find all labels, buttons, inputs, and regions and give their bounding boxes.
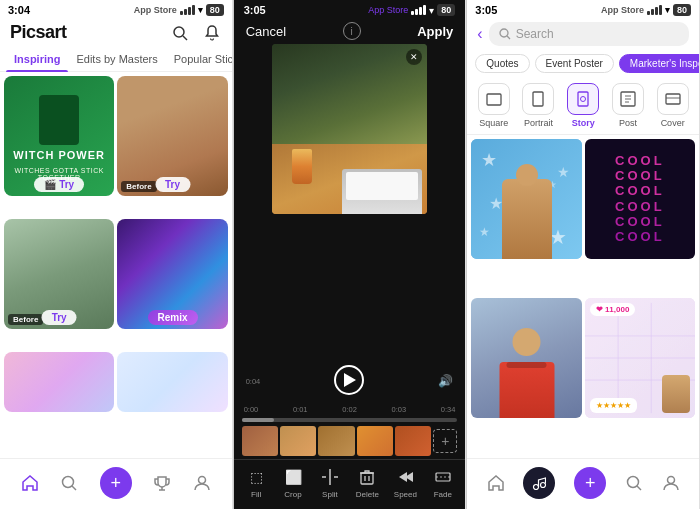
cancel-button[interactable]: Cancel xyxy=(246,24,286,39)
portrait-icon xyxy=(522,83,554,115)
time-p2: 3:05 xyxy=(244,4,266,16)
portrait-card[interactable]: Before Try xyxy=(117,76,227,196)
speed-tool[interactable]: Speed xyxy=(394,466,417,499)
person-with-glasses xyxy=(499,328,554,418)
tab-edits-by-masters[interactable]: Edits by Masters xyxy=(68,47,165,71)
collage-remix-label[interactable]: Remix xyxy=(147,310,197,325)
svg-point-2 xyxy=(63,477,74,488)
nav-search-p3[interactable] xyxy=(625,474,643,492)
add-clip-button[interactable]: + xyxy=(433,429,457,453)
chip-marketers-inspo[interactable]: Marketer's Inspo xyxy=(619,54,699,73)
video-close-icon[interactable]: ✕ xyxy=(406,49,422,65)
music-button-p3[interactable] xyxy=(523,467,555,499)
picsart-logo: Picsart xyxy=(10,22,67,43)
signal-bars-p3 xyxy=(647,5,662,15)
fade-tool[interactable]: Fade xyxy=(432,466,454,499)
add-button-p1[interactable]: + xyxy=(100,467,132,499)
nav-trophy-p1[interactable] xyxy=(153,474,171,492)
timecode-row: 0:04 🔊 xyxy=(234,360,466,402)
split-icon xyxy=(319,466,341,488)
timeline-progress xyxy=(242,418,274,422)
cat-story[interactable]: Story xyxy=(567,83,599,128)
tick-3: 0:03 xyxy=(391,405,406,414)
status-bar-p2: 3:05 App Store ▾ 80 xyxy=(234,0,466,18)
cat-square[interactable]: Square xyxy=(478,83,510,128)
nav-home-p3[interactable] xyxy=(487,474,505,492)
crop-tool[interactable]: ⬜ Crop xyxy=(282,466,304,499)
play-button[interactable] xyxy=(334,365,364,395)
appstore-p3: App Store xyxy=(601,5,644,15)
nav-search-p1[interactable] xyxy=(60,474,78,492)
template-cool-dark[interactable]: COOL COOL COOL COOL COOL COOL xyxy=(585,139,695,259)
gradient-card[interactable] xyxy=(117,352,227,412)
search-button-p1[interactable] xyxy=(170,23,190,43)
p1-header: Picsart xyxy=(0,18,232,47)
status-icons-p2: App Store ▾ 80 xyxy=(368,4,455,16)
thumb-1[interactable] xyxy=(242,426,278,456)
volume-icon[interactable]: 🔊 xyxy=(438,374,453,388)
person-silhouette-stars xyxy=(502,179,552,259)
fade-label: Fade xyxy=(434,490,452,499)
delete-icon xyxy=(356,466,378,488)
pastel-card[interactable] xyxy=(4,352,114,412)
thumb-2[interactable] xyxy=(280,426,316,456)
svg-point-17 xyxy=(581,97,586,102)
thumb-3[interactable] xyxy=(318,426,354,456)
cat-portrait-label: Portrait xyxy=(524,118,553,128)
cool-text-6: COOL xyxy=(615,230,665,244)
status-icons-p1: App Store ▾ 80 xyxy=(134,4,224,16)
tick-0: 0:00 xyxy=(244,405,259,414)
time-p3: 3:05 xyxy=(475,4,497,16)
thumb-4[interactable] xyxy=(357,426,393,456)
template-stars-blue[interactable]: ★ ★ ★ ★ ★ ★ xyxy=(471,139,581,259)
before-badge-portrait: Before xyxy=(121,181,156,192)
chip-quotes[interactable]: Quotes xyxy=(475,54,529,73)
template-map-pink[interactable]: ❤ 11,000 ★★★★★ xyxy=(585,298,695,418)
status-bar-p1: 3:04 App Store ▾ 80 xyxy=(0,0,232,18)
notification-button-p1[interactable] xyxy=(202,23,222,43)
wifi-icon-p2: ▾ xyxy=(429,5,434,16)
nav-profile-p1[interactable] xyxy=(193,474,211,492)
svg-point-4 xyxy=(198,477,205,484)
glass-item xyxy=(292,149,312,184)
nav-profile-p3[interactable] xyxy=(662,474,680,492)
svg-rect-14 xyxy=(487,94,501,105)
apply-button[interactable]: Apply xyxy=(417,24,453,39)
p3-header: ‹ Search xyxy=(467,18,699,50)
map-content: ❤ 11,000 ★★★★★ xyxy=(585,298,695,418)
timeline-track[interactable] xyxy=(242,418,458,422)
timeline[interactable]: 0:00 0:01 0:02 0:03 0:34 + xyxy=(234,402,466,459)
thumb-5[interactable] xyxy=(395,426,431,456)
tab-inspiring[interactable]: Inspiring xyxy=(6,47,68,71)
tick-2: 0:02 xyxy=(342,405,357,414)
add-button-p3[interactable]: + xyxy=(574,467,606,499)
fill-tool[interactable]: ⬚ Fill xyxy=(245,466,267,499)
template-person-photo[interactable] xyxy=(471,298,581,418)
collage-card[interactable]: Remix xyxy=(117,219,227,329)
nav-home-p1[interactable] xyxy=(21,474,39,492)
cat-post[interactable]: Post xyxy=(612,83,644,128)
cat-portrait[interactable]: Portrait xyxy=(522,83,554,128)
cat-cover[interactable]: Cover xyxy=(657,83,689,128)
witch-power-card[interactable]: witch power WITCHES GOTTA STICK TOGETHER… xyxy=(4,76,114,196)
p2-action-bar: Cancel i Apply xyxy=(234,18,466,44)
back-button-p3[interactable]: ‹ xyxy=(477,25,482,43)
tab-popular-stickers[interactable]: Popular Stickers xyxy=(166,47,233,71)
cool-text-5: COOL xyxy=(615,215,665,229)
woman-try-label[interactable]: Try xyxy=(42,310,77,325)
search-bar-p3[interactable]: Search xyxy=(489,22,689,46)
woman-card[interactable]: Before Try xyxy=(4,219,114,329)
info-icon[interactable]: i xyxy=(343,22,361,40)
chip-event-poster[interactable]: Event Poster xyxy=(535,54,614,73)
header-icons xyxy=(170,23,222,43)
battery-p3: 80 xyxy=(673,4,691,16)
split-tool[interactable]: Split xyxy=(319,466,341,499)
cat-post-label: Post xyxy=(619,118,637,128)
portrait-try-label[interactable]: Try xyxy=(155,177,190,192)
timeline-ticks: 0:00 0:01 0:02 0:03 0:34 xyxy=(242,405,458,414)
delete-tool[interactable]: Delete xyxy=(356,466,379,499)
svg-point-26 xyxy=(541,483,546,488)
witch-try-label[interactable]: 🎬Try xyxy=(34,177,84,192)
laptop-screen xyxy=(346,172,418,200)
video-preview-container: ✕ xyxy=(234,44,466,360)
